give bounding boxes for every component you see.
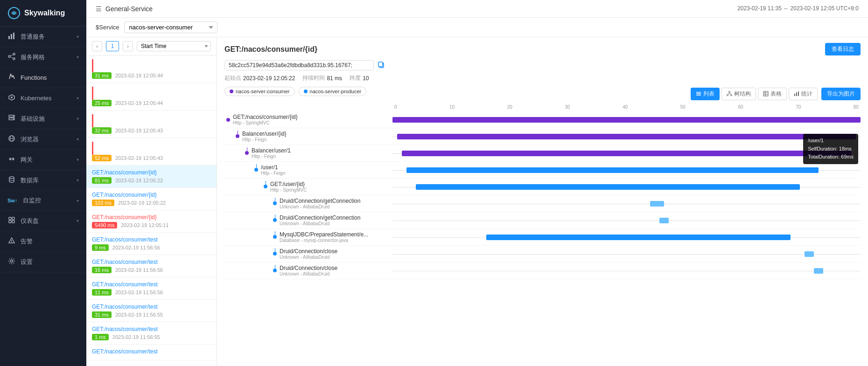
svg-rect-42 [794,94,795,96]
trace-url: GET:/nacos/consumer/test [92,236,211,243]
service-select[interactable]: nacos-server-consumer [124,21,217,33]
view-log-button[interactable]: 查看日志 [825,43,861,55]
svg-rect-20 [9,217,11,220]
span-row[interactable]: Balancer/user/1 Http - Feign [224,145,861,162]
sidebar-item-gateway-arrow: ▾ [77,157,79,162]
infrastructure-icon [7,114,16,123]
sidebar-item-alert-label: 告警 [21,237,79,246]
sidebar: Skywalking 普通服务 ▾ 服务网格 ▾ Functions Kuber… [0,0,86,366]
copy-icon[interactable] [378,61,385,70]
trace-time: 2023-02-19 12:05:43 [115,155,163,161]
export-button[interactable]: 导出为图片 [821,88,861,100]
trace-id-input[interactable] [224,60,374,70]
span-dot [264,185,267,188]
span-row[interactable]: /user/1 Http - Feign /u [224,162,861,179]
list-item[interactable]: GET:/nacos/consumer/test [86,345,217,360]
span-row[interactable]: MysqlJDBC/PreparedStatement/e... Databas… [224,229,861,246]
sidebar-item-browser[interactable]: 浏览器 ▾ [0,129,86,150]
span-row[interactable]: Balancer/user/{id} Http - Feign [224,128,861,145]
trace-list-body: 31 ms 2023-02-19 12:05:44 25 ms 2023-02-… [86,55,217,366]
svg-point-6 [13,58,15,60]
span-dot [273,252,277,256]
list-item[interactable]: 52 ms 2023-02-19 12:05:43 [86,138,217,166]
service-label: $Service [96,24,119,31]
span-row[interactable]: Druid/Connection/getConnection Unknown -… [224,195,861,212]
timeline-label-60: 60 [738,104,743,110]
view-stats-button[interactable]: 统计 [789,88,818,100]
trace-url: GET:/nacos/consumer/test [92,326,211,332]
trace-duration: 103 ms [92,200,114,206]
span-bar-area [392,145,861,161]
menu-toggle-icon[interactable]: ☰ [96,5,102,13]
span-row[interactable]: GET:/user/{id} Http - SpringMVC [224,179,861,195]
trace-duration: 81 ms [92,177,112,184]
span-name: GET:/user/{id} [270,181,307,187]
list-item[interactable]: GET:/nacos/consumer/test 31 ms 2023-02-1… [86,300,217,322]
list-item[interactable]: GET:/nacos/consumer/{id} 103 ms 2023-02-… [86,188,217,210]
timeline-label-30: 30 [565,104,570,110]
skywalking-logo-icon [7,7,21,20]
span-dot [245,151,249,155]
sidebar-item-self-monitor-label: 自监控 [23,196,72,205]
list-item[interactable]: GET:/nacos/consumer/test 11 ms 2023-02-1… [86,277,217,300]
view-list-label: 列表 [703,90,714,98]
start-time-stat: 起始点 2023-02-19 12:05:22 [224,74,295,82]
sidebar-item-dashboard[interactable]: 仪表盘 ▾ [0,211,86,231]
span-name: Druid/Connection/close [280,265,337,271]
header: ☰ General-Service 2023-02-19 11:35 ～ 202… [86,0,868,18]
view-list-button[interactable]: 列表 [691,88,720,100]
sidebar-item-kubernetes[interactable]: Kubernetes ▾ [0,88,86,109]
svg-rect-1 [8,36,10,39]
trace-duration: 11 ms [92,289,112,296]
sidebar-item-service-mesh[interactable]: 服务网格 ▾ [0,47,86,68]
span-bar-area [392,229,861,245]
pagination-next-btn[interactable]: › [123,41,133,51]
span-row[interactable]: GET:/nacos/consumer/{id} Http - SpringMV… [224,111,861,128]
functions-icon [7,73,16,82]
list-item[interactable]: GET:/nacos/consumer/test 16 ms 2023-02-1… [86,255,217,277]
svg-rect-38 [763,91,768,96]
trace-url: GET:/nacos/consumer/test [92,281,211,288]
view-tree-button[interactable]: 树结构 [721,88,756,100]
service-tag-consumer[interactable]: nacos-server-consumer [224,87,295,96]
connector-line [256,164,257,168]
sort-select[interactable]: Start Time [137,41,211,51]
span-type: Unknown - AlibabaDruid [280,255,337,260]
span-name: Druid/Connection/getConnection [280,198,360,204]
svg-rect-28 [378,62,383,67]
trace-time: 2023-02-19 11:56:56 [115,290,163,295]
list-item[interactable]: 32 ms 2023-02-19 12:05:43 [86,110,217,138]
sidebar-item-gateway[interactable]: 网关 ▾ [0,150,86,170]
span-name: Balancer/user/{id} [242,131,287,137]
service-tag-producer[interactable]: nacos-server-producer [299,87,367,96]
sidebar-item-functions[interactable]: Functions [0,68,86,88]
list-item[interactable]: GET:/nacos/consumer/test 1 ms 2023-02-19… [86,322,217,345]
view-table-button[interactable]: 表格 [758,88,787,100]
span-row[interactable]: Druid/Connection/close Unknown - Alibaba… [224,262,861,279]
trace-url: GET:/nacos/consumer/test [92,304,211,310]
pagination-prev-btn[interactable]: ‹ [92,41,102,51]
list-item[interactable]: 31 ms 2023-02-19 12:05:44 [86,55,217,83]
trace-url: GET:/nacos/consumer/test [92,348,211,355]
trace-time: 2023-02-19 12:05:22 [118,200,166,206]
sidebar-item-alert[interactable]: 告警 [0,231,86,252]
list-item[interactable]: GET:/nacos/consumer/test 9 ms 2023-02-19… [86,233,217,255]
sidebar-item-infrastructure[interactable]: 基础设施 ▾ [0,109,86,129]
list-item[interactable]: 25 ms 2023-02-19 12:05:44 [86,83,217,110]
sidebar-item-general-service[interactable]: 普通服务 ▾ [0,27,86,47]
trace-duration: 5490 ms [92,222,117,228]
span-row[interactable]: Druid/Connection/getConnection Unknown -… [224,212,861,229]
span-type: Unknown - AlibabaDruid [280,204,360,209]
list-item[interactable]: GET:/nacos/consumer/{id} 5490 ms 2023-02… [86,210,217,233]
list-item[interactable]: GET:/nacos/consumer/{id} 81 ms 2023-02-1… [86,166,217,188]
sidebar-item-service-mesh-label: 服务网格 [21,53,72,62]
svg-point-26 [11,260,13,262]
sidebar-item-settings[interactable]: 设置 [0,252,86,272]
span-bar-area [392,262,861,279]
sidebar-item-self-monitor[interactable]: Sw↑ 自监控 ▾ [0,191,86,211]
sidebar-item-database[interactable]: 数据库 ▾ [0,170,86,191]
service-bar: $Service nacos-server-consumer [86,18,868,37]
trace-duration: 32 ms [92,127,112,134]
timeline-label-10: 10 [449,104,455,110]
span-row[interactable]: Druid/Connection/close Unknown - Alibaba… [224,246,861,262]
